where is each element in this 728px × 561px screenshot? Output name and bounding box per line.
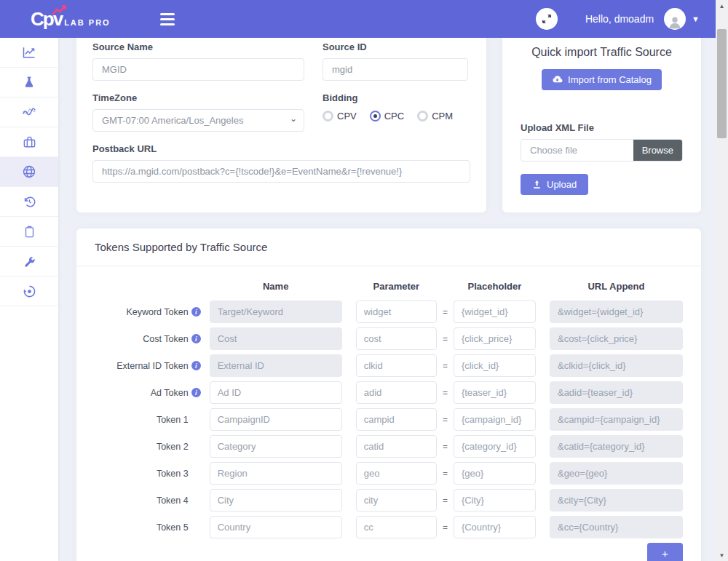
token-name-input[interactable] <box>210 489 342 512</box>
file-placeholder[interactable]: Choose file <box>521 140 633 161</box>
upload-button-label: Upload <box>547 179 577 190</box>
token-parameter-input[interactable] <box>356 408 437 431</box>
equals-sign: = <box>437 415 454 425</box>
token-placeholder-input[interactable] <box>454 489 536 512</box>
tokens-card: Tokens Supported by Traffic Source Name … <box>76 228 701 561</box>
page-scrollbar[interactable]: ▲ ▼ <box>716 0 728 561</box>
token-parameter-input[interactable] <box>356 381 437 404</box>
equals-sign: = <box>437 442 454 452</box>
globe-icon <box>22 164 36 179</box>
tokens-column-headers: Name Parameter Placeholder URL Append <box>95 281 683 292</box>
avatar[interactable] <box>664 8 686 30</box>
user-greeting: Hello, dmoadm <box>585 13 654 25</box>
source-id-input[interactable] <box>323 58 468 81</box>
browse-button[interactable]: Browse <box>633 140 682 161</box>
token-parameter-input[interactable] <box>356 354 437 377</box>
equals-sign: = <box>437 469 454 479</box>
scrollbar-thumb[interactable] <box>717 29 727 138</box>
sidebar-item-settings[interactable] <box>0 247 58 276</box>
traffic-source-form-card: Source Name Source ID TimeZone GMT-07:00… <box>76 38 486 212</box>
token-parameter-input[interactable] <box>356 516 437 538</box>
timezone-select[interactable]: GMT-07:00 America/Los_Angeles <box>92 109 304 132</box>
info-icon[interactable]: i <box>191 388 201 397</box>
radio-cpv[interactable]: CPV <box>323 111 357 122</box>
token-placeholder-input[interactable] <box>454 381 536 404</box>
sidebar-item-history[interactable] <box>0 187 58 217</box>
tokens-card-header: Tokens Supported by Traffic Source <box>76 228 701 266</box>
history-icon <box>23 195 36 209</box>
token-name-input <box>210 354 342 377</box>
token-name-input[interactable] <box>210 381 342 404</box>
chevron-down-icon[interactable]: ▼ <box>692 15 700 23</box>
import-from-catalog-button[interactable]: Import from Catalog <box>542 69 662 90</box>
scrollbar-up-arrow[interactable]: ▲ <box>716 0 728 12</box>
token-placeholder-input[interactable] <box>454 435 536 458</box>
chart-line-icon <box>22 45 36 60</box>
info-icon[interactable]: i <box>191 334 201 343</box>
upload-icon <box>532 180 542 189</box>
token-row-label: Cost Token <box>143 334 188 344</box>
token-placeholder-input[interactable] <box>454 408 536 431</box>
sidebar-item-stats[interactable] <box>0 38 58 68</box>
briefcase-icon <box>23 135 36 149</box>
source-name-label: Source Name <box>92 41 304 52</box>
token-row-label: External ID Token <box>116 361 188 371</box>
radio-cpm[interactable]: CPM <box>417 111 453 122</box>
sidebar-nav <box>0 38 58 561</box>
app-logo[interactable]: Cpv LAB PRO <box>31 9 111 28</box>
fullscreen-icon[interactable] <box>536 8 558 30</box>
source-name-input[interactable] <box>92 58 304 81</box>
token-placeholder-input[interactable] <box>454 327 536 350</box>
add-token-button[interactable]: + <box>647 543 683 561</box>
bidding-radio-group: CPV CPC CPM <box>323 111 468 122</box>
sidebar-item-traffic-sources[interactable] <box>0 157 58 187</box>
token-placeholder-input[interactable] <box>454 354 536 377</box>
info-icon[interactable]: i <box>191 361 201 370</box>
timezone-label: TimeZone <box>92 92 304 103</box>
scrollbar-down-arrow[interactable]: ▼ <box>716 549 728 561</box>
sidebar-item-trends[interactable] <box>0 98 58 127</box>
token-row: Token 4 i = <box>95 489 683 512</box>
postback-url-input[interactable] <box>92 160 470 183</box>
token-parameter-input[interactable] <box>356 462 437 485</box>
token-name-input <box>210 301 342 323</box>
token-parameter-input[interactable] <box>356 489 437 512</box>
import-button-label: Import from Catalog <box>568 74 652 85</box>
token-name-input[interactable] <box>210 435 342 458</box>
info-icon[interactable]: i <box>191 307 201 317</box>
token-rows: Keyword Token i = Cost Token i = Externa… <box>95 301 683 538</box>
token-url-append-input <box>550 462 683 485</box>
token-parameter-input[interactable] <box>356 435 437 458</box>
quick-import-card: Quick import Traffic Source Import from … <box>502 38 701 212</box>
token-name-input[interactable] <box>210 462 342 485</box>
token-row-label: Keyword Token <box>126 307 188 317</box>
token-row: Ad Token i = <box>95 381 683 404</box>
equals-sign: = <box>437 334 454 344</box>
token-parameter-input[interactable] <box>356 327 437 350</box>
token-parameter-input[interactable] <box>356 301 437 323</box>
radio-label: CPV <box>337 111 357 122</box>
cloud-download-icon <box>552 74 563 85</box>
file-input: Choose file Browse <box>521 139 683 162</box>
token-name-input[interactable] <box>210 408 342 431</box>
token-placeholder-input[interactable] <box>454 516 536 538</box>
sidebar-item-lab[interactable] <box>0 68 58 98</box>
equals-sign: = <box>437 522 454 533</box>
activity-icon <box>22 105 36 119</box>
token-name-input[interactable] <box>210 516 342 538</box>
radio-cpc[interactable]: CPC <box>370 111 404 122</box>
quick-import-title: Quick import Traffic Source <box>521 46 683 59</box>
main-content: Source Name Source ID TimeZone GMT-07:00… <box>58 38 716 561</box>
col-header-placeholder: Placeholder <box>454 281 536 292</box>
radio-dot <box>370 111 381 122</box>
upload-button[interactable]: Upload <box>521 174 588 195</box>
token-placeholder-input[interactable] <box>454 301 536 323</box>
clipboard-icon <box>23 226 36 238</box>
radio-label: CPC <box>384 111 404 122</box>
sidebar-item-dashboard[interactable] <box>0 276 58 306</box>
sidebar-item-notes[interactable] <box>0 217 58 247</box>
token-placeholder-input[interactable] <box>454 462 536 485</box>
token-row-label: Token 4 <box>157 496 189 506</box>
sidebar-item-campaigns[interactable] <box>0 127 58 157</box>
menu-toggle-icon[interactable] <box>156 9 179 30</box>
